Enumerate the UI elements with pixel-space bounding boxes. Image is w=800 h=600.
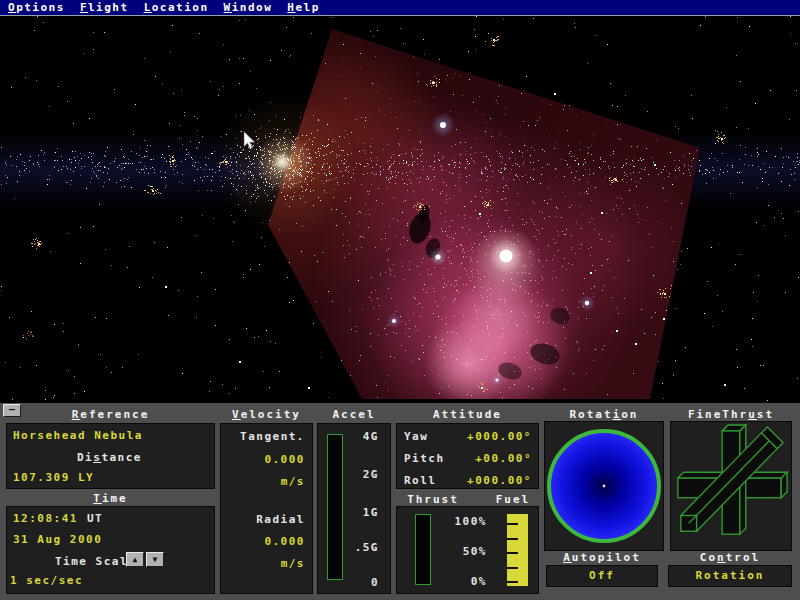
yaw-value: +000.00°	[467, 430, 532, 443]
up-arrow-icon: ▲	[133, 555, 138, 564]
thrust-fuel-box: 100% 50% 0%	[396, 506, 539, 594]
starfield-nebula-canvas[interactable]	[0, 16, 800, 401]
fuel-tick-mark	[507, 538, 518, 540]
menu-flight[interactable]: Flight	[80, 0, 129, 15]
accel-gauge	[327, 434, 343, 580]
instrument-panel: – Reference Horsehead Nebula Distance 10…	[0, 401, 800, 600]
accel-tick: 1G	[343, 506, 379, 519]
velocity-header: Velocity	[220, 408, 313, 421]
pitch-value: +00.00°	[475, 452, 532, 465]
fuel-level-bar	[507, 514, 528, 586]
fine-thrust-box	[670, 421, 792, 551]
accel-tick: 2G	[343, 468, 379, 481]
fuel-header: Fuel	[478, 493, 548, 506]
fuel-tick-mark	[507, 581, 518, 583]
down-arrow-icon: ▼	[153, 555, 158, 564]
sphere-center-dot	[603, 485, 606, 488]
control-mode-button[interactable]: Rotation	[668, 565, 792, 587]
thrust-header: Thrust	[398, 493, 468, 506]
reference-body-name: Horsehead Nebula	[13, 429, 143, 442]
tangent-label: Tangent.	[240, 430, 305, 443]
velocity-box: Tangent. 0.000 m/s Radial 0.000 m/s	[220, 423, 313, 594]
time-box: 12:08:41UT 31 Aug 2000 Time Scale ▲ ▼ 1 …	[6, 506, 215, 594]
menu-bar: Options Flight Location Window Help	[0, 0, 800, 16]
tangent-unit: m/s	[281, 475, 305, 488]
autopilot-header: Autopilot	[544, 551, 660, 564]
clock-unit: UT	[87, 512, 103, 525]
accel-box: 4G 2G 1G .5G 0	[317, 423, 391, 594]
clock-value: 12:08:41	[13, 512, 78, 525]
distance-value: 107.309 LY	[13, 471, 94, 484]
roll-label: Roll	[404, 474, 437, 487]
reference-box: Horsehead Nebula Distance 107.309 LY	[6, 423, 215, 489]
attitude-box: Yaw +000.00° Pitch +00.00° Roll +000.00°	[396, 423, 539, 489]
time-scale-down-button[interactable]: ▼	[146, 552, 164, 567]
thrust-gauge	[415, 514, 431, 585]
time-header: Time	[6, 492, 215, 505]
accel-tick: .5G	[343, 541, 379, 554]
tangent-value: 0.000	[264, 453, 305, 466]
date-value: 31 Aug 2000	[13, 533, 102, 546]
rotation-sphere	[545, 422, 663, 550]
control-header: Control	[668, 551, 792, 564]
accel-tick: 4G	[343, 430, 379, 443]
fuel-tick-mark	[507, 523, 518, 525]
autopilot-toggle-button[interactable]: Off	[546, 565, 658, 587]
rotation-header: Rotation	[544, 408, 664, 421]
attitude-header: Attitude	[396, 408, 539, 421]
reference-header: Reference	[6, 408, 215, 421]
menu-location[interactable]: Location	[144, 0, 209, 15]
roll-value: +000.00°	[467, 474, 532, 487]
menu-window[interactable]: Window	[224, 0, 273, 15]
panel-divider	[0, 401, 800, 403]
yaw-label: Yaw	[404, 430, 428, 443]
clock-row: 12:08:41UT	[13, 512, 103, 525]
space-simulator-screen: Options Flight Location Window Help – Re…	[0, 0, 800, 600]
thrust-tick: 100%	[439, 515, 487, 528]
accel-tick: 0	[343, 576, 379, 589]
thrust-tick: 50%	[439, 545, 487, 558]
radial-label: Radial	[256, 513, 305, 526]
mouse-cursor-icon	[243, 131, 257, 151]
time-scale-label: Time Scale	[55, 555, 136, 568]
radial-value: 0.000	[264, 535, 305, 548]
fuel-tick-mark	[507, 567, 518, 569]
fine-thrust-axes-icon	[671, 422, 791, 550]
pitch-label: Pitch	[404, 452, 445, 465]
distance-label: Distance	[7, 451, 212, 464]
rotation-box	[544, 421, 664, 551]
time-scale-value: 1 sec/sec	[10, 574, 83, 587]
space-view[interactable]	[0, 16, 800, 401]
menu-options[interactable]: Options	[8, 0, 65, 15]
menu-help[interactable]: Help	[287, 0, 320, 15]
thrust-tick: 0%	[439, 575, 487, 588]
accel-header: Accel	[317, 408, 391, 421]
fuel-tick-mark	[507, 552, 518, 554]
fine-thrust-header: FineThrust	[670, 408, 792, 421]
radial-unit: m/s	[281, 557, 305, 570]
time-scale-up-button[interactable]: ▲	[126, 552, 144, 567]
